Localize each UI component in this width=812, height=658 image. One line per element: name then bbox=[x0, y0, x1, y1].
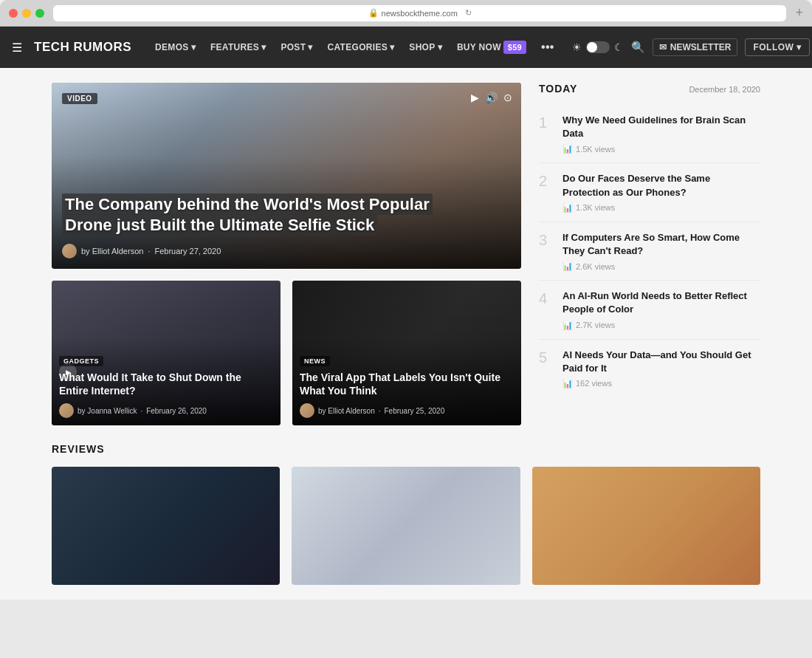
sidebar-item-5[interactable]: 5 AI Needs Your Data—and You Should Get … bbox=[539, 340, 760, 397]
main-article-title-line1: The Company behind the World's Most Popu… bbox=[62, 193, 433, 215]
sidebar-today-header: TODAY December 18, 2020 bbox=[539, 83, 760, 95]
review-card-1-bg bbox=[52, 467, 280, 585]
sidebar-item-views-2: 📊 1.3K views bbox=[562, 203, 760, 213]
nav-post-label: POST bbox=[281, 42, 306, 52]
sidebar-item-views-4: 📊 2.7K views bbox=[562, 321, 760, 330]
follow-label: FOLLOW bbox=[753, 42, 794, 52]
views-icon-5: 📊 bbox=[562, 379, 573, 388]
toggle-switch[interactable] bbox=[586, 41, 610, 53]
new-tab-button[interactable]: + bbox=[795, 5, 803, 21]
nav-features-arrow: ▾ bbox=[261, 42, 266, 52]
sub-article-2-author: by Elliot Alderson bbox=[318, 407, 375, 415]
nav-demos-label: DEMOS bbox=[155, 42, 189, 52]
sidebar-num-5: 5 bbox=[539, 349, 554, 366]
sidebar-text-5: AI Needs Your Data—and You Should Get Pa… bbox=[562, 349, 760, 388]
sub-article-1-category: GADGETS bbox=[59, 356, 103, 366]
nav-shop[interactable]: SHOP ▾ bbox=[403, 39, 448, 55]
nav-menu: DEMOS ▾ FEATURES ▾ POST ▾ CATEGORIES ▾ S… bbox=[149, 38, 560, 57]
hamburger-icon[interactable]: ☰ bbox=[12, 41, 22, 55]
content-grid: VIDEO ▶ 🔊 ⊙ The Company behind the World… bbox=[52, 83, 760, 425]
nav-categories[interactable]: CATEGORIES ▾ bbox=[322, 39, 401, 55]
moon-icon: ☾ bbox=[614, 41, 624, 53]
nav-demos-arrow: ▾ bbox=[191, 42, 196, 52]
nav-post[interactable]: POST ▾ bbox=[275, 39, 318, 55]
search-icon[interactable]: 🔍 bbox=[631, 41, 645, 54]
nav-demos[interactable]: DEMOS ▾ bbox=[149, 39, 202, 55]
sidebar-text-4: An AI-Run World Needs to Better Reflect … bbox=[562, 289, 760, 329]
review-card-1[interactable] bbox=[52, 467, 280, 585]
views-icon-4: 📊 bbox=[562, 321, 573, 330]
nav-more[interactable]: ••• bbox=[535, 38, 560, 57]
nav-buynow[interactable]: BUY NOW $59 bbox=[451, 38, 532, 57]
sidebar-text-3: If Computers Are So Smart, How Come They… bbox=[562, 231, 760, 271]
sub-article-1-content: GADGETS What Would It Take to Shut Down … bbox=[52, 346, 281, 425]
sub-article-2[interactable]: NEWS The Viral App That Labels You Isn't… bbox=[292, 281, 521, 425]
sidebar-items: 1 Why We Need Guidelines for Brain Scan … bbox=[539, 105, 760, 397]
buy-now-price: $59 bbox=[503, 41, 526, 54]
main-article-title-line2: Drone just Built the Ultimate Selfie Sti… bbox=[62, 214, 377, 236]
browser-titlebar: 🔒 newsbocktheme.com ↻ + bbox=[0, 0, 812, 27]
main-article-meta: by Elliot Alderson · February 27, 2020 bbox=[62, 244, 511, 258]
envelope-icon: ✉ bbox=[659, 42, 667, 52]
lock-icon: 🔒 bbox=[368, 8, 379, 18]
url-bar[interactable]: 🔒 newsbocktheme.com ↻ bbox=[53, 5, 786, 21]
sidebar-item-title-4: An AI-Run World Needs to Better Reflect … bbox=[562, 289, 760, 316]
sidebar-item-title-5: AI Needs Your Data—and You Should Get Pa… bbox=[562, 349, 760, 375]
follow-arrow: ▾ bbox=[796, 42, 802, 52]
review-card-2[interactable] bbox=[292, 467, 520, 585]
sub-article-1-dot: · bbox=[140, 407, 142, 415]
navbar-right: ☀ ☾ 🔍 ✉ NEWSLETTER FOLLOW ▾ bbox=[572, 38, 810, 56]
review-card-3[interactable] bbox=[532, 467, 760, 585]
refresh-icon[interactable]: ↻ bbox=[465, 8, 472, 18]
nav-shop-label: SHOP bbox=[409, 42, 435, 52]
sidebar-item-title-3: If Computers Are So Smart, How Come They… bbox=[562, 231, 760, 258]
reviews-grid bbox=[52, 467, 760, 585]
sidebar-text-2: Do Our Faces Deserve the Same Protection… bbox=[562, 172, 760, 212]
sub-article-2-date: February 25, 2020 bbox=[385, 407, 445, 415]
sidebar-item-views-text-1: 1.5K views bbox=[576, 145, 615, 154]
close-dot[interactable] bbox=[9, 9, 18, 18]
sidebar-item-title-2: Do Our Faces Deserve the Same Protection… bbox=[562, 172, 760, 199]
sidebar: TODAY December 18, 2020 1 Why We Need Gu… bbox=[539, 83, 760, 425]
play-icon[interactable]: ▶ bbox=[471, 92, 479, 103]
main-article[interactable]: VIDEO ▶ 🔊 ⊙ The Company behind the World… bbox=[52, 83, 521, 269]
nav-post-arrow: ▾ bbox=[308, 42, 312, 52]
main-article-content: The Company behind the World's Most Popu… bbox=[52, 184, 521, 269]
follow-button[interactable]: FOLLOW ▾ bbox=[745, 38, 809, 56]
newsletter-button[interactable]: ✉ NEWSLETTER bbox=[653, 38, 738, 56]
volume-icon[interactable]: 🔊 bbox=[485, 92, 498, 103]
minimize-dot[interactable] bbox=[22, 9, 31, 18]
sub-article-1[interactable]: ▶ GADGETS What Would It Take to Shut Dow… bbox=[52, 281, 281, 425]
theme-toggle[interactable]: ☀ ☾ bbox=[572, 41, 624, 53]
site-brand[interactable]: TECH RUMORS bbox=[34, 40, 131, 55]
sidebar-item-views-text-5: 162 views bbox=[576, 379, 612, 388]
sub-article-2-category: NEWS bbox=[300, 356, 330, 366]
nav-features-label: FEATURES bbox=[210, 42, 259, 52]
review-card-2-bg bbox=[292, 467, 520, 585]
views-icon-3: 📊 bbox=[562, 261, 573, 271]
sub-article-1-meta: by Joanna Wellick · February 26, 2020 bbox=[59, 403, 273, 418]
video-badge: VIDEO bbox=[62, 93, 97, 104]
sidebar-today-date: December 18, 2020 bbox=[689, 85, 760, 94]
sidebar-item-4[interactable]: 4 An AI-Run World Needs to Better Reflec… bbox=[539, 281, 760, 339]
sidebar-item-3[interactable]: 3 If Computers Are So Smart, How Come Th… bbox=[539, 222, 760, 281]
sidebar-today-title: TODAY bbox=[539, 83, 577, 95]
sidebar-num-4: 4 bbox=[539, 289, 554, 307]
review-card-3-bg bbox=[532, 467, 760, 585]
browser-dots bbox=[9, 9, 44, 18]
sidebar-item-views-text-4: 2.7K views bbox=[576, 321, 615, 329]
nav-shop-arrow: ▾ bbox=[438, 42, 442, 52]
reviews-header: REVIEWS bbox=[52, 443, 760, 455]
sidebar-item-2[interactable]: 2 Do Our Faces Deserve the Same Protecti… bbox=[539, 163, 760, 222]
nav-features[interactable]: FEATURES ▾ bbox=[204, 39, 272, 55]
sun-icon: ☀ bbox=[572, 41, 582, 53]
sidebar-item-views-3: 📊 2.6K views bbox=[562, 261, 760, 271]
fullscreen-icon[interactable]: ⊙ bbox=[503, 92, 512, 103]
sidebar-item-1[interactable]: 1 Why We Need Guidelines for Brain Scan … bbox=[539, 105, 760, 163]
maximize-dot[interactable] bbox=[35, 9, 44, 18]
sidebar-item-views-1: 📊 1.5K views bbox=[562, 144, 760, 154]
toggle-knob bbox=[587, 42, 597, 52]
url-text: newsbocktheme.com bbox=[382, 9, 458, 18]
nav-buynow-label: BUY NOW bbox=[457, 42, 501, 52]
views-icon-2: 📊 bbox=[562, 203, 573, 213]
